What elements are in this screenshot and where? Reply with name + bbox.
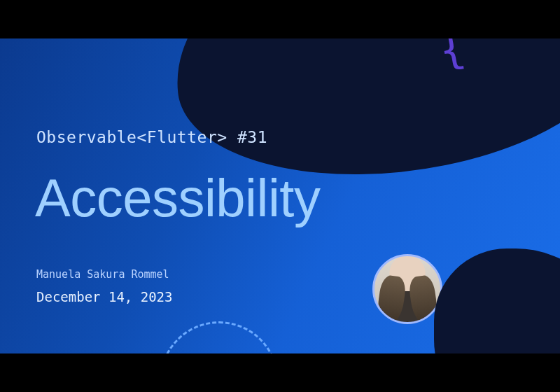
corner-blob-decoration <box>434 248 560 354</box>
speaker-avatar <box>372 254 442 324</box>
talk-title: Accessibility <box>35 167 320 228</box>
talk-date: December 14, 2023 <box>36 289 172 304</box>
dashed-circle-decoration <box>160 321 279 354</box>
speaker-name: Manuela Sakura Rommel <box>36 268 169 281</box>
brace-icon: { <box>435 38 469 76</box>
series-label: Observable<Flutter> #31 <box>36 128 267 146</box>
video-thumbnail[interactable]: } { { } Observable<Flutter> #31 Accessib… <box>0 38 560 354</box>
